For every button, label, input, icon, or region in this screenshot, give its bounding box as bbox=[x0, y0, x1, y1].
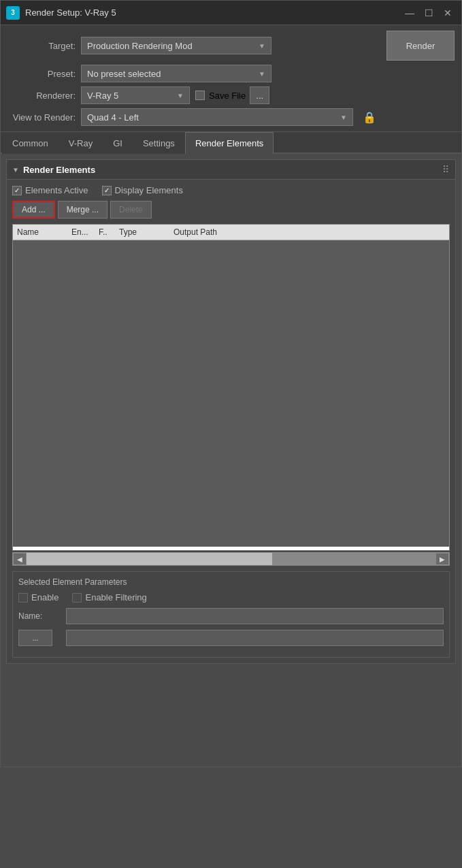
delete-button[interactable]: Delete bbox=[110, 201, 152, 219]
col-name: Name bbox=[17, 227, 71, 237]
render-setup-window: 3 Render Setup: V-Ray 5 — ☐ ✕ Target: Pr… bbox=[0, 0, 462, 767]
tab-common[interactable]: Common bbox=[2, 132, 59, 154]
name-input[interactable] bbox=[66, 608, 444, 624]
name-row: Name: bbox=[18, 608, 444, 624]
scroll-track[interactable] bbox=[27, 553, 435, 565]
selected-params-title: Selected Element Parameters bbox=[18, 577, 444, 587]
table-header: Name En... F.. Type Output Path bbox=[13, 225, 449, 240]
tab-settings[interactable]: Settings bbox=[133, 132, 185, 154]
tab-vray[interactable]: V-Ray bbox=[59, 132, 103, 154]
collapse-icon[interactable]: ▼ bbox=[12, 166, 19, 174]
renderer-label: Renderer: bbox=[7, 91, 76, 101]
renderer-select[interactable]: V-Ray 5 ▼ bbox=[81, 86, 190, 104]
minimize-button[interactable]: — bbox=[401, 6, 418, 20]
scroll-thumb[interactable] bbox=[27, 553, 272, 565]
renderer-arrow-icon: ▼ bbox=[177, 92, 184, 99]
add-button[interactable]: Add ... bbox=[12, 201, 55, 219]
elements-controls: ✓ Elements Active ✓ Display Elements bbox=[12, 185, 450, 195]
preset-row: Preset: No preset selected ▼ bbox=[7, 65, 455, 82]
col-type: Type bbox=[119, 227, 174, 237]
main-content: ▼ Render Elements ⠿ ✓ Elements Active ✓ … bbox=[1, 154, 461, 767]
table-body bbox=[13, 240, 449, 547]
view-row: View to Render: Quad 4 - Left ▼ 🔒 bbox=[7, 108, 455, 126]
enable-filtering-label: Enable Filtering bbox=[85, 592, 146, 602]
section-body: ✓ Elements Active ✓ Display Elements Add… bbox=[7, 180, 455, 663]
target-row: Target: Production Rendering Mod ▼ Rende… bbox=[7, 31, 455, 61]
path-input[interactable] bbox=[66, 630, 444, 646]
name-field-label: Name: bbox=[18, 611, 52, 621]
enable-label: Enable bbox=[31, 592, 59, 602]
scroll-left-button[interactable]: ◀ bbox=[13, 553, 27, 565]
save-file-row: Save File ... bbox=[195, 86, 269, 104]
col-filter: F.. bbox=[99, 227, 119, 237]
display-elements-checkbox[interactable]: ✓ bbox=[102, 186, 112, 195]
enable-checkbox[interactable] bbox=[18, 593, 28, 602]
enable-filtering-control[interactable]: Enable Filtering bbox=[72, 592, 146, 602]
window-controls: — ☐ ✕ bbox=[401, 6, 456, 20]
view-arrow-icon: ▼ bbox=[340, 114, 347, 121]
display-elements-label: Display Elements bbox=[115, 185, 183, 195]
target-arrow-icon: ▼ bbox=[259, 42, 265, 50]
elements-table: Name En... F.. Type Output Path bbox=[12, 224, 450, 551]
save-file-browse-button[interactable]: ... bbox=[250, 86, 269, 104]
target-label: Target: bbox=[7, 41, 76, 51]
elements-active-checkbox[interactable]: ✓ bbox=[12, 186, 22, 195]
section-header: ▼ Render Elements ⠿ bbox=[7, 160, 455, 180]
title-bar: 3 Render Setup: V-Ray 5 — ☐ ✕ bbox=[1, 1, 461, 25]
lock-icon: 🔒 bbox=[363, 111, 376, 124]
renderer-row: Renderer: V-Ray 5 ▼ Save File ... bbox=[7, 86, 455, 104]
tab-gi[interactable]: GI bbox=[103, 132, 133, 154]
render-button[interactable]: Render bbox=[386, 31, 455, 61]
enable-row: Enable Enable Filtering bbox=[18, 592, 444, 602]
tabs-bar: Common V-Ray GI Settings Render Elements bbox=[1, 132, 461, 154]
elements-active-label: Elements Active bbox=[25, 185, 88, 195]
close-button[interactable]: ✕ bbox=[440, 6, 456, 20]
toolbar: Target: Production Rendering Mod ▼ Rende… bbox=[1, 25, 461, 132]
render-elements-panel: ▼ Render Elements ⠿ ✓ Elements Active ✓ … bbox=[6, 159, 456, 664]
selected-element-params: Selected Element Parameters Enable Enabl… bbox=[12, 571, 450, 658]
col-output: Output Path bbox=[174, 227, 445, 237]
preset-select[interactable]: No preset selected ▼ bbox=[81, 65, 271, 82]
display-elements-control[interactable]: ✓ Display Elements bbox=[102, 185, 183, 195]
preset-label: Preset: bbox=[7, 69, 76, 79]
enable-filtering-checkbox[interactable] bbox=[72, 593, 82, 602]
save-file-checkbox[interactable] bbox=[195, 91, 205, 100]
tab-render-elements[interactable]: Render Elements bbox=[185, 132, 274, 154]
enable-control[interactable]: Enable bbox=[18, 592, 59, 602]
view-select[interactable]: Quad 4 - Left ▼ bbox=[81, 108, 353, 126]
save-file-label: Save File bbox=[209, 91, 246, 101]
section-title: Render Elements bbox=[23, 165, 438, 175]
col-enabled: En... bbox=[71, 227, 99, 237]
section-options-icon[interactable]: ⠿ bbox=[442, 164, 450, 175]
preset-arrow-icon: ▼ bbox=[259, 70, 265, 78]
window-title: Render Setup: V-Ray 5 bbox=[25, 7, 401, 18]
target-select[interactable]: Production Rendering Mod ▼ bbox=[81, 37, 271, 54]
scroll-right-button[interactable]: ▶ bbox=[435, 553, 449, 565]
horizontal-scrollbar[interactable]: ◀ ▶ bbox=[12, 552, 450, 566]
browse-row: ... bbox=[18, 630, 444, 646]
maximize-button[interactable]: ☐ bbox=[420, 6, 437, 20]
browse-button[interactable]: ... bbox=[18, 630, 52, 646]
view-label: View to Render: bbox=[7, 112, 76, 123]
action-buttons-row: Add ... Merge ... Delete bbox=[12, 201, 450, 219]
merge-button[interactable]: Merge ... bbox=[58, 201, 108, 219]
elements-active-control[interactable]: ✓ Elements Active bbox=[12, 185, 88, 195]
app-icon: 3 bbox=[6, 6, 20, 20]
